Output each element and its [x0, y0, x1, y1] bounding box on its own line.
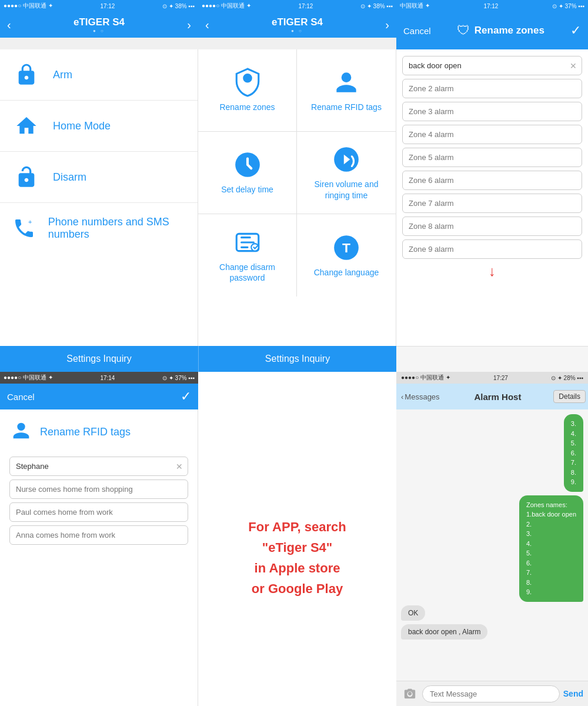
checkmark-btn-right[interactable]: ✓ [570, 23, 581, 38]
time-mid: 17:12 [298, 3, 313, 9]
rename-zones-label: Rename zones [219, 102, 275, 112]
status-bar-bottom-left: ●●●●○ 中国联通 ✦ 17:14 ⊙ ✦ 37% ▪▪▪ [0, 372, 198, 384]
carrier-mid: ●●●●○ 中国联通 ✦ [202, 2, 251, 10]
grid-rename-zones[interactable]: Rename zones [198, 49, 297, 132]
cancel-btn-right[interactable]: Cancel [403, 26, 431, 36]
battery-right: ⊙ ✦ 37% ▪▪▪ [552, 3, 584, 9]
zone-8-input[interactable] [402, 217, 582, 236]
menu-item-home[interactable]: Home Mode [0, 101, 198, 152]
checkmark-bottom[interactable]: ✓ [181, 389, 191, 404]
red-down-arrow: ↓ [402, 261, 582, 282]
menu-item-disarm[interactable]: Disarm [0, 152, 198, 203]
bottom-mid-nav-spacer [198, 384, 396, 409]
change-language-label: Change language [314, 267, 379, 278]
tag-4-input[interactable] [9, 525, 188, 545]
nav-bar-right: Cancel 🛡 Rename zones ✓ [396, 12, 588, 49]
zone-5-input[interactable] [402, 148, 582, 167]
settings-label-mid: Settings Inquiry [265, 354, 330, 364]
carrier-left: ●●●●○ 中国联通 ✦ [4, 2, 53, 10]
messages-panel: 3. 4. 5. 6. 7. 8. 9. Zones names: 1.back… [396, 409, 588, 706]
zone-9-input[interactable] [402, 239, 582, 259]
svg-point-2 [342, 73, 352, 83]
time-bottom-left: 17:14 [100, 375, 115, 381]
settings-bars: Settings Inquiry Settings Inquiry [0, 346, 588, 372]
left-menu: Arm Home Mode Disarm [0, 49, 198, 346]
disarm-password-label: Change disarm password [204, 262, 290, 283]
svg-point-9 [17, 423, 25, 431]
grid-disarm-password[interactable]: Change disarm password [198, 214, 297, 297]
menu-item-arm[interactable]: Arm [0, 49, 198, 101]
time-right: 17:12 [483, 3, 498, 9]
tag-3-input[interactable] [9, 502, 188, 522]
forward-arrow-left[interactable]: › [187, 18, 191, 32]
msg-bubble-ok: OK [401, 605, 425, 621]
battery-mid: ⊙ ✦ 38% ▪▪▪ [360, 3, 393, 9]
svg-text:+: + [28, 218, 32, 225]
zone-1-input[interactable] [403, 56, 565, 75]
cancel-btn-bottom[interactable]: Cancel [7, 392, 35, 402]
tag-2-input[interactable] [9, 479, 188, 499]
rfid-header: Rename RFID tags [9, 419, 188, 445]
zone-6-input[interactable] [402, 171, 582, 190]
lock-icon [12, 60, 41, 89]
tag-1-input[interactable] [10, 457, 171, 475]
msg-nav-bar: ‹ Messages Alarm Host Details [396, 384, 588, 409]
bottom-left-nav: Cancel ✓ [0, 384, 198, 409]
time-left: 17:12 [100, 3, 115, 9]
zone-1-clear[interactable]: ✕ [565, 61, 582, 71]
bottom-mid-status [198, 372, 396, 384]
rename-rfid-label: Rename RFID tags [311, 102, 382, 112]
carrier-right: 中国联通 ✦ [400, 2, 430, 10]
back-chevron: ‹ [401, 392, 403, 401]
promo-line2: "eTiger S4" [248, 537, 346, 558]
promo-line4: or Google Play [248, 578, 346, 599]
shield-icon-right: 🛡 [457, 23, 470, 38]
tag-1-clear[interactable]: ✕ [171, 462, 188, 471]
camera-icon[interactable] [401, 685, 419, 702]
zone-3-input[interactable] [402, 102, 582, 121]
tag-1-container: ✕ [9, 457, 188, 476]
grid-delay-time[interactable]: Set delay time [198, 132, 297, 214]
rfid-rename-panel: Rename RFID tags ✕ [0, 409, 198, 706]
grid-rename-rfid[interactable]: Rename RFID tags [297, 49, 396, 132]
battery-bottom-left: ⊙ ✦ 37% ▪▪▪ [162, 375, 195, 381]
title-left: eTIGER S4 [74, 16, 125, 28]
zone-7-input[interactable] [402, 194, 582, 213]
grid-siren-volume[interactable]: Siren volume and ringing time [297, 132, 396, 214]
rfid-title: Rename RFID tags [40, 426, 131, 438]
msg-back-btn[interactable]: ‹ Messages [399, 392, 442, 401]
back-arrow-left[interactable]: ‹ [7, 18, 11, 32]
msg-text-input[interactable] [422, 685, 560, 702]
home-label: Home Mode [53, 120, 111, 132]
svg-point-6 [251, 244, 259, 251]
svg-text:T: T [342, 240, 350, 255]
msg-contact-name: Alarm Host [442, 392, 554, 402]
messages-back-label: Messages [405, 392, 439, 401]
msg-bubble-reply: back door open , Alarm [401, 624, 487, 640]
grid-change-language[interactable]: T Change language [297, 214, 396, 297]
msg-details-btn[interactable]: Details [553, 390, 586, 403]
menu-item-phone[interactable]: + Phone numbers and SMS numbers [0, 203, 198, 254]
messages-list: 3. 4. 5. 6. 7. 8. 9. Zones names: 1.back… [396, 409, 588, 681]
settings-label-left: Settings Inquiry [66, 354, 131, 364]
phone-label: Phone numbers and SMS numbers [48, 216, 186, 241]
nav-bar-mid: ‹ eTIGER S4 ● ○ › [198, 12, 396, 38]
carrier-bottom-left: ●●●●○ 中国联通 ✦ [4, 374, 53, 382]
zone-2-input[interactable] [402, 79, 582, 98]
settings-bar-left[interactable]: Settings Inquiry [0, 346, 198, 372]
status-bar-right: 中国联通 ✦ 17:12 ⊙ ✦ 37% ▪▪▪ [396, 0, 588, 12]
settings-bar-mid[interactable]: Settings Inquiry [198, 346, 396, 372]
dots-mid: ● ○ [272, 28, 323, 34]
app-promo-text: For APP, search "eTiger S4" in Apple sto… [248, 517, 346, 600]
msg-bubble-2: Zones names: 1.back door open 2. 3. 4. 5… [519, 495, 583, 602]
send-button[interactable]: Send [563, 689, 583, 698]
back-arrow-mid[interactable]: ‹ [205, 18, 209, 32]
arm-label: Arm [53, 69, 72, 81]
dots-left: ● ○ [74, 28, 125, 34]
forward-arrow-mid[interactable]: › [385, 18, 389, 32]
msg-input-bar: Send [396, 681, 588, 706]
zone-4-input[interactable] [402, 125, 582, 144]
msg-time: 17:27 [493, 375, 508, 381]
home-icon [12, 111, 41, 141]
status-bar-messages: ●●●●○ 中国联通 ✦ 17:27 ⊙ ✦ 28% ▪▪▪ [396, 372, 588, 384]
